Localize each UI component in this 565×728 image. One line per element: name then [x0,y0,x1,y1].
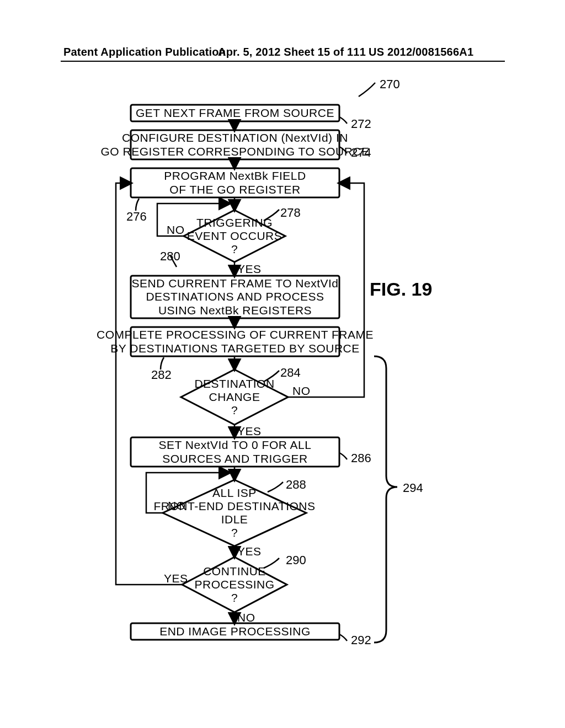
edge-290-yes: YES [164,572,188,585]
ref-272: 272 [351,117,371,131]
decision-278: TRIGGERING EVENT OCCURS ? [184,213,285,259]
step-282: COMPLETE PROCESSING OF CURRENT FRAME BY … [131,327,339,356]
ref-292: 292 [351,633,371,647]
step-292: END IMAGE PROCESSING [131,623,339,640]
edge-284-yes: YES [237,425,262,438]
decision-284: DESTINATION CHANGE ? [181,374,288,420]
ref-284: 284 [280,366,301,380]
edge-290-no: NO [237,611,255,624]
ref-270: 270 [380,77,400,92]
ref-288: 288 [286,478,306,492]
edge-288-yes: YES [237,545,262,558]
ref-282: 282 [151,368,172,382]
decision-290: CONTINUE PROCESSING ? [182,561,287,608]
ref-290: 290 [286,553,306,568]
edge-288-no: NO [168,499,186,512]
step-276: PROGRAM NextBk FIELD OF THE GO REGISTER [131,168,339,197]
edge-284-no: NO [292,384,311,398]
step-274: CONFIGURE DESTINATION (NextVId) IN GO RE… [131,130,339,159]
ref-286: 286 [351,451,371,465]
ref-274: 274 [351,146,371,160]
step-286: SET NextVId TO 0 FOR ALL SOURCES AND TRI… [131,437,339,467]
figure-label: FIG. 19 [370,279,432,300]
step-280: SEND CURRENT FRAME TO NextVId DESTINATIO… [131,276,339,318]
ref-276: 276 [126,210,147,224]
edge-278-no: NO [167,223,185,237]
decision-288: ALL ISP FRONT-END DESTINATIONS IDLE ? [163,484,306,542]
step-272: GET NEXT FRAME FROM SOURCE [131,105,339,121]
edge-278-yes: YES [237,263,262,276]
ref-278: 278 [280,206,301,220]
ref-280: 280 [160,249,180,264]
ref-294: 294 [403,481,423,495]
